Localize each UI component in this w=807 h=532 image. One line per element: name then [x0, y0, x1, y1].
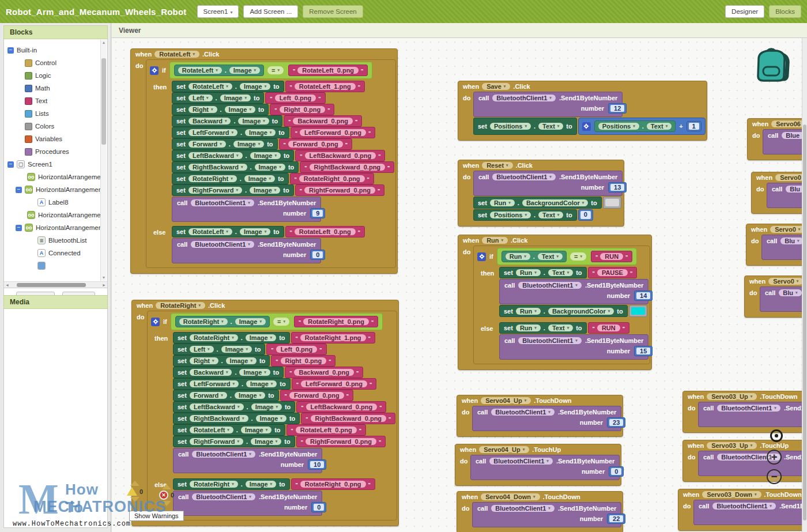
media-file-item[interactable] [4, 384, 107, 388]
set-block[interactable]: set RotateRight Image to [173, 478, 290, 490]
text-block[interactable]: RightForward_0.png [295, 184, 385, 196]
component-dropdown[interactable]: Reset [482, 162, 512, 169]
collapse-down-arrow-icon[interactable] [130, 497, 139, 502]
zoom-in-icon[interactable]: + [767, 450, 782, 465]
text-block[interactable]: Backward_0.png [284, 115, 362, 127]
text-block[interactable]: Left_0.png [266, 344, 326, 355]
set-block[interactable]: set LeftForward Image to [173, 378, 291, 390]
text-block[interactable]: Right_0.png [271, 355, 335, 367]
call-block[interactable]: call BluetoothClient1 .Send1ByteNumber n… [470, 455, 620, 480]
color-block[interactable] [603, 197, 621, 209]
component-dropdown[interactable]: Servo03_Up [707, 442, 757, 449]
media-file-item[interactable] [4, 338, 107, 342]
media-file-item[interactable] [4, 361, 107, 365]
property-dropdown[interactable]: Image [221, 346, 252, 353]
component-dropdown[interactable]: Positions [598, 123, 639, 130]
component-dropdown[interactable]: Run [516, 269, 541, 276]
text-block[interactable]: PAUSE [588, 267, 638, 278]
number-block[interactable]: 12 [608, 103, 627, 114]
palette-category[interactable]: Text [7, 95, 106, 107]
component-dropdown[interactable]: BluetoothClient1 [518, 282, 582, 289]
tree-node-component[interactable]: oo HorizontalArrangemen [7, 171, 106, 183]
property-dropdown[interactable]: Image [235, 392, 265, 399]
component-dropdown[interactable]: Save [482, 83, 510, 90]
component-dropdown[interactable]: RotateRight [188, 175, 237, 182]
set-property-row[interactable]: set Forward Image to Forward_0.png [172, 138, 394, 150]
set-property-row[interactable]: set RotateRight Image to RotateRight_1.p… [173, 332, 395, 344]
component-dropdown[interactable]: RotateLeft [188, 228, 232, 235]
set-block[interactable]: set Backward Image to [173, 367, 284, 378]
call-block[interactable]: call BluetoothClient1 .Send1ByteNumber n… [172, 238, 321, 263]
text-block[interactable]: RotateRight_0.png [291, 478, 375, 490]
media-file-item[interactable] [4, 347, 107, 352]
property-getter-block[interactable]: Run Text [501, 251, 567, 262]
set-property-row[interactable]: set RotateLeft Image to RotateLeft_0.png [173, 424, 395, 436]
set-block[interactable]: set Positions Text to [473, 209, 577, 221]
collapse-icon[interactable] [16, 225, 22, 231]
component-dropdown[interactable]: LeftForward [190, 380, 239, 387]
property-dropdown[interactable]: Text [548, 325, 573, 331]
component-dropdown[interactable]: Forward [190, 392, 227, 399]
text-block[interactable]: RotateLeft_0.png [286, 424, 366, 436]
component-dropdown[interactable]: RotateRight [190, 481, 238, 488]
property-dropdown[interactable]: Image [225, 106, 255, 113]
property-dropdown[interactable]: Image [250, 152, 281, 159]
call-block[interactable]: call BluetoothClient1 .Send1ByteNumber n… [473, 171, 623, 196]
number-block[interactable]: 1 [687, 121, 702, 131]
palette-category[interactable]: Logic [7, 69, 106, 82]
component-dropdown[interactable]: LeftForward [188, 129, 237, 136]
media-file-item[interactable] [4, 342, 107, 347]
blocks-canvas[interactable]: when RotateLeft .Click do if RotateLeft [112, 38, 807, 532]
property-getter-block[interactable]: RotateRight Image [175, 316, 270, 327]
set-block[interactable]: set LeftBackward Image to [172, 150, 294, 161]
property-dropdown[interactable]: Image [239, 369, 270, 376]
property-dropdown[interactable]: Image [240, 228, 270, 235]
mutator-gear-icon[interactable] [477, 252, 486, 261]
component-dropdown[interactable]: Left [190, 346, 214, 353]
component-dropdown[interactable]: BluetoothClient1 [518, 337, 582, 344]
component-dropdown[interactable]: RotateLeft [190, 427, 233, 433]
component-dropdown[interactable]: RotateLeft [188, 83, 232, 90]
event-block-servo[interactable]: when Servo03_Up .TouchDown do call Bluet… [682, 391, 807, 433]
math-add-block[interactable]: Positions Text + 1 [578, 118, 706, 135]
set-property-row[interactable]: set LeftForward Image to LeftForward_0.p… [173, 378, 395, 390]
show-warnings-button[interactable]: Show Warnings [129, 511, 184, 521]
component-dropdown[interactable]: BluetoothClient1 [717, 405, 780, 412]
component-dropdown[interactable]: Right [190, 357, 218, 364]
text-block[interactable]: Right_0.png [270, 104, 334, 115]
set-property-row[interactable]: set RotateRight Image to RotateRight_0.p… [173, 478, 375, 490]
text-block[interactable]: RotateRight_1.png [291, 332, 375, 344]
set-block[interactable]: set RotateLeft Image to [172, 81, 284, 92]
set-block[interactable]: set RotateLeft Image to [173, 424, 285, 436]
text-block[interactable]: RightForward_0.png [296, 436, 386, 447]
center-blocks-icon[interactable] [770, 429, 783, 442]
property-dropdown[interactable]: BackgroundColor [548, 308, 614, 315]
media-file-item[interactable] [4, 402, 107, 407]
property-dropdown[interactable]: Image [245, 129, 276, 136]
component-dropdown[interactable]: Forward [188, 141, 226, 148]
number-block[interactable]: 15 [634, 346, 653, 356]
event-block-servo-partial[interactable]: when Servo0 do call Blu [751, 172, 807, 214]
event-block-servo[interactable]: when Servo04_Down .TouchDown do call Blu… [457, 491, 623, 532]
text-block[interactable]: LeftForward_0.png [291, 127, 376, 138]
palette-category[interactable]: Math [7, 82, 106, 95]
component-dropdown[interactable]: BluetoothClient1 [492, 95, 556, 101]
component-dropdown[interactable]: BluetoothClient1 [491, 409, 555, 416]
set-property-row[interactable]: set LeftBackward Image to LeftBackward_0… [172, 150, 394, 161]
set-block[interactable]: set Left Image to [172, 92, 264, 104]
text-block[interactable]: RightBackward_0.png [300, 161, 394, 173]
scroll-down-arrow-icon[interactable]: ▼ [101, 275, 107, 281]
component-dropdown[interactable]: Run [516, 325, 541, 331]
event-block-servo[interactable]: when Servo03_Down .TouchDown do call Blu… [678, 489, 807, 531]
set-block[interactable]: set RightBackward Image to [173, 413, 300, 424]
media-file-item[interactable] [4, 375, 107, 379]
set-property-row[interactable]: set Left Image to Left_0.png [173, 344, 395, 355]
tree-node-screen1[interactable]: ▢ Screen1 [7, 158, 106, 171]
call-block[interactable]: call BluetoothClient1 .Send1ByteNumber n… [173, 491, 322, 516]
component-dropdown[interactable]: RotateRight [190, 334, 238, 341]
collapse-icon[interactable] [7, 47, 14, 54]
call-block[interactable]: call BluetoothClient1 .Send1ByteNumber [698, 402, 807, 427]
property-dropdown[interactable]: Image [246, 380, 277, 387]
component-dropdown[interactable]: Right [188, 106, 217, 113]
call-block[interactable]: call Blue [763, 129, 807, 154]
